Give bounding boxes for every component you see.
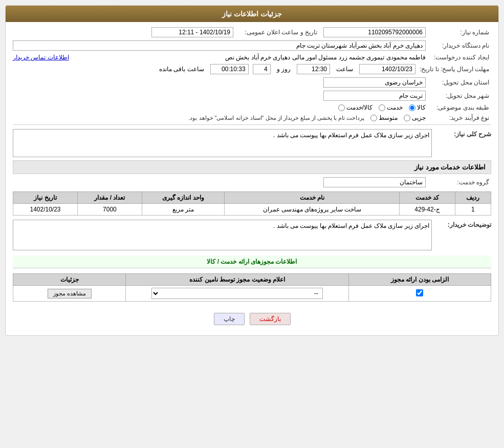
province-label: استان محل تحویل:: [430, 79, 491, 86]
services-table: ردیف کد خدمت نام خدمت واحد اندازه گیری ت…: [13, 191, 491, 216]
creator-value: فاطمه محمودی تیموری جشمه زرد مسئول امور …: [76, 54, 426, 61]
buyer-label: نام دستگاه خریدار:: [430, 42, 491, 49]
buyer-desc-label: توضیحات خریدار:: [435, 220, 491, 228]
permits-header-status: اعلام وضعیت مجوز توسط نامین کننده: [126, 274, 349, 286]
category-option-3[interactable]: کالا/خدمت: [338, 104, 372, 111]
purchase-type-radio-jozi[interactable]: [404, 115, 410, 121]
view-permit-button[interactable]: مشاهده مجوز: [48, 289, 92, 298]
category-radio-group: کالا خدمت کالا/خدمت: [338, 104, 426, 111]
table-header-name: نام خدمت: [225, 192, 400, 204]
cell-qty: 7000: [78, 204, 142, 216]
purchase-type-note: پرداخت تام با پخشی از مبلغ خریدار از محل…: [188, 115, 364, 121]
category-radio-khedmat[interactable]: [379, 104, 385, 111]
buyer-desc-value: اجرای زیر سازی ملاک عمل فرم استعلام بها …: [273, 222, 429, 229]
permits-status-select[interactable]: --: [151, 288, 323, 299]
table-header-qty: تعداد / مقدار: [78, 192, 142, 204]
permits-cell-required: [348, 286, 491, 302]
general-desc-box: اجرای زیر سازی ملاک عمل فرم استعلام بها …: [13, 129, 432, 157]
buyer-desc-box: اجرای زیر سازی ملاک عمل فرم استعلام بها …: [13, 220, 432, 250]
deadline-time-input[interactable]: [297, 64, 330, 74]
city-label: شهر محل تحویل:: [430, 92, 491, 99]
purchase-type-option-2[interactable]: متوسط: [370, 114, 398, 121]
footer-buttons: بازگشت چاپ: [13, 308, 491, 330]
request-number-input[interactable]: [323, 27, 426, 37]
purchase-type-option-1[interactable]: جزیی: [404, 114, 426, 121]
buyer-desc-container: اجرای زیر سازی ملاک عمل فرم استعلام بها …: [13, 220, 432, 250]
permits-table: الزامی بودن ارائه مجوز اعلام وضعیت مجوز …: [13, 273, 491, 302]
cell-unit: متر مربع: [142, 204, 224, 216]
category-radio-kala[interactable]: [409, 104, 415, 111]
deadline-label: مهلت ارسال پاسخ: تا تاریخ:: [420, 66, 491, 73]
category-label: طبقه بندی موضوعی:: [430, 104, 491, 111]
category-option-1[interactable]: کالا: [409, 104, 426, 111]
cell-date: 1402/10/23: [13, 204, 78, 216]
service-info-title: اطلاعات خدمات مورد نیاز: [13, 160, 491, 174]
general-desc-container: اجرای زیر سازی ملاک عمل فرم استعلام بها …: [13, 129, 432, 157]
page-title: جزئیات اطلاعات نیاز: [6, 6, 498, 22]
deadline-time-label: ساعت: [336, 66, 353, 73]
cell-row: 1: [455, 204, 491, 216]
deadline-remaining-input[interactable]: [210, 64, 249, 74]
table-header-date: تاریخ نیاز: [13, 192, 78, 204]
back-button[interactable]: بازگشت: [250, 313, 291, 325]
deadline-days-label: روز و: [277, 66, 291, 73]
request-number-label: شماره نیاز:: [430, 29, 491, 36]
creator-link[interactable]: اطلاعات تماس خریدار: [13, 54, 69, 61]
service-group-label: گروه خدمت:: [430, 179, 491, 186]
deadline-remaining-label: ساعت باقی مانده: [159, 66, 204, 73]
purchase-type-radio-group: جزیی متوسط پرداخت تام با پخشی از مبلغ خر…: [188, 114, 426, 121]
permits-title: اطلاعات مجوزهای ارائه خدمت / کالا: [13, 255, 491, 268]
table-header-unit: واحد اندازه گیری: [142, 192, 224, 204]
purchase-type-label: نوع فرآیند خرید:: [430, 114, 491, 121]
table-header-code: کد خدمت: [400, 192, 455, 204]
permits-row: -- مشاهده مجوز: [13, 286, 491, 302]
permits-header-details: جزئیات: [13, 274, 126, 286]
buyer-input[interactable]: [13, 40, 426, 51]
permits-header-required: الزامی بودن ارائه مجوز: [348, 274, 491, 286]
category-option-2[interactable]: خدمت: [379, 104, 403, 111]
permits-cell-details[interactable]: مشاهده مجوز: [13, 286, 126, 302]
table-header-row: ردیف: [455, 192, 491, 204]
cell-name: ساخت سایر پروژه‌های مهندسی عمران: [225, 204, 400, 216]
general-desc-label: شرح کلی نیاز:: [435, 129, 491, 138]
permits-cell-status: --: [126, 286, 349, 302]
announcement-label: تاریخ و ساعت اعلان عمومی:: [237, 29, 319, 36]
general-desc-value: اجرای زیر سازی ملاک عمل فرم استعلام بها …: [273, 132, 429, 139]
print-button[interactable]: چاپ: [214, 313, 245, 325]
permits-required-checkbox[interactable]: [416, 289, 423, 296]
table-row: 1 ج-42-429 ساخت سایر پروژه‌های مهندسی عم…: [13, 204, 491, 216]
service-group-input[interactable]: [323, 177, 426, 187]
purchase-type-radio-mota[interactable]: [370, 115, 377, 121]
announcement-input[interactable]: [151, 27, 233, 37]
creator-label: ایجاد کننده درخواست:: [430, 54, 491, 61]
category-radio-both[interactable]: [338, 104, 345, 111]
province-input[interactable]: [323, 77, 426, 88]
deadline-days-input[interactable]: [253, 64, 271, 74]
city-input[interactable]: [323, 91, 426, 101]
cell-code: ج-42-429: [400, 204, 455, 216]
deadline-date-input[interactable]: [359, 64, 415, 74]
